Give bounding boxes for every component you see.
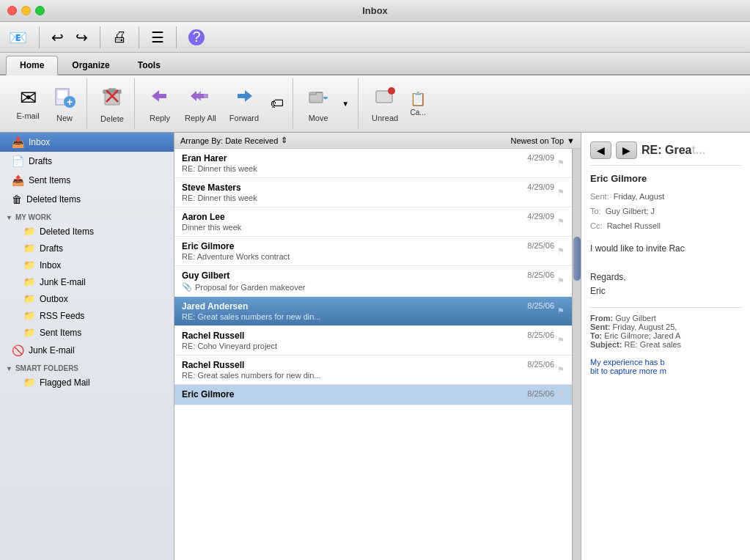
- email-list-header: Arrange By: Date Received ⇕ Newest on To…: [174, 133, 581, 149]
- sent-folder-icon: 📤: [12, 174, 24, 186]
- flag-icon: ⚑: [557, 336, 565, 345]
- my-work-section: ▼ My Work: [0, 209, 174, 223]
- tab-home[interactable]: Home: [6, 56, 58, 75]
- sidebar-item-drafts[interactable]: 📄 Drafts: [0, 152, 174, 171]
- email-subject: RE: Dinner this week: [182, 194, 521, 202]
- ribbon-group-email: ✉ E-mail + New: [6, 78, 87, 129]
- reply-icon: [149, 85, 171, 111]
- email-subject: RE: Dinner this week: [182, 164, 521, 173]
- quoted-sent-value: Friday, August 25,: [613, 323, 677, 331]
- tag-button[interactable]: 🏷: [266, 95, 288, 113]
- quoted-subject-label: Subject:: [590, 340, 622, 349]
- table-row[interactable]: Eric Gilmore RE: Adventure Works contrac…: [174, 237, 572, 266]
- table-row[interactable]: Rachel Russell RE: Great sales numbers f…: [174, 355, 572, 385]
- maximize-button[interactable]: [35, 6, 45, 15]
- newest-on-top-label: Newest on Top: [511, 136, 565, 145]
- sidebar-inbox-label: Inbox: [29, 137, 168, 147]
- email-row-content: Jared Andersen RE: Great sales numbers f…: [182, 301, 521, 321]
- preview-back-button[interactable]: ◀: [590, 141, 611, 159]
- scrollbar-thumb[interactable]: [573, 237, 581, 281]
- email-date: 4/29/09: [527, 153, 554, 162]
- email-sender: Eric Gilmore: [182, 389, 521, 399]
- title-bar: Inbox: [0, 0, 750, 22]
- flag-icon: ⚑: [557, 188, 565, 197]
- toolbar-divider-2: [100, 26, 100, 48]
- email-date: 8/25/06: [527, 270, 554, 279]
- delete-button[interactable]: Delete: [95, 81, 130, 126]
- email-sender: Eric Gilmore: [182, 241, 521, 251]
- table-row[interactable]: Aaron Lee Dinner this week 4/29/09 ⚑: [174, 207, 572, 237]
- sidebar-item-inbox[interactable]: 📥 Inbox: [0, 133, 174, 152]
- table-row[interactable]: Eran Harer RE: Dinner this week 4/29/09 …: [174, 149, 572, 178]
- mail-toolbar-icon[interactable]: 📧: [6, 27, 30, 48]
- newest-on-top-selector[interactable]: Newest on Top ▼: [511, 136, 575, 145]
- sidebar-item-flagged-mail[interactable]: 📁 Flagged Mail: [0, 374, 174, 391]
- reply-all-button[interactable]: Reply All: [179, 82, 222, 125]
- email-row-content: Eric Gilmore RE: Adventure Works contrac…: [182, 241, 521, 261]
- tab-tools[interactable]: Tools: [124, 56, 174, 74]
- my-work-label: My Work: [15, 213, 51, 221]
- help-toolbar-btn[interactable]: ?: [185, 28, 207, 47]
- arrange-by-selector[interactable]: Arrange By: Date Received ⇕: [180, 136, 287, 145]
- categorize-button[interactable]: 📋 Ca...: [405, 89, 430, 118]
- window-controls: [7, 6, 45, 15]
- table-row[interactable]: Jared Andersen RE: Great sales numbers f…: [174, 297, 572, 326]
- table-row[interactable]: Guy Gilbert 📎 Proposal for Garden makeov…: [174, 266, 572, 297]
- close-button[interactable]: [7, 6, 17, 15]
- email-subject: Dinner this week: [182, 223, 521, 232]
- svg-marker-11: [195, 91, 208, 101]
- sidebar-item-mw-deleted[interactable]: 📁 Deleted Items: [0, 223, 174, 240]
- table-row[interactable]: Steve Masters RE: Dinner this week 4/29/…: [174, 178, 572, 207]
- email-sender: Jared Andersen: [182, 301, 521, 312]
- email-date: 8/25/06: [527, 331, 554, 339]
- mw-junk-icon: 📁: [23, 276, 35, 287]
- table-row[interactable]: Rachel Russell RE: Coho Vineyard project…: [174, 326, 572, 355]
- table-row[interactable]: Eric Gilmore 8/25/06 ⚑: [174, 385, 572, 405]
- flag-icon: ⚑: [557, 276, 565, 286]
- list-icon: ☰: [151, 29, 164, 46]
- sent-label: Sent:: [590, 192, 609, 201]
- email-subject: RE: Adventure Works contract: [182, 252, 521, 261]
- email-date: 8/25/06: [527, 241, 554, 250]
- sidebar-item-mw-inbox[interactable]: 📁 Inbox: [0, 257, 174, 273]
- ribbon-group-delete: Delete: [90, 78, 135, 129]
- sidebar-item-mw-outbox[interactable]: 📁 Outbox: [0, 290, 174, 307]
- inbox-folder-icon: 📥: [12, 136, 24, 148]
- quoted-subject-value: RE: Great sales: [624, 340, 681, 349]
- new-label: New: [56, 114, 73, 122]
- tab-organize[interactable]: Organize: [58, 56, 123, 74]
- email-row-content: Guy Gilbert 📎 Proposal for Garden makeov…: [182, 270, 521, 292]
- print-toolbar-btn[interactable]: 🖨: [109, 27, 130, 47]
- forward-label: Forward: [229, 114, 259, 122]
- sidebar: 📥 Inbox 📄 Drafts 📤 Sent Items 🗑 Deleted …: [0, 133, 174, 560]
- unread-button[interactable]: Unread: [366, 82, 404, 125]
- list-toolbar-btn[interactable]: ☰: [148, 27, 167, 48]
- undo-toolbar-btn[interactable]: ↩: [48, 27, 67, 48]
- toolbar-divider-3: [139, 26, 139, 48]
- forward-button[interactable]: Forward: [224, 82, 265, 125]
- deleted-folder-icon: 🗑: [12, 194, 22, 205]
- reply-button[interactable]: Reply: [142, 82, 177, 125]
- move-dropdown[interactable]: ▼: [337, 98, 353, 109]
- preview-forward-button[interactable]: ▶: [616, 141, 637, 159]
- email-list-scrollbar[interactable]: [572, 149, 581, 560]
- email-list: Arrange By: Date Received ⇕ Newest on To…: [174, 133, 581, 560]
- sidebar-item-deleted-items[interactable]: 🗑 Deleted Items: [0, 190, 174, 209]
- print-icon: 🖨: [112, 29, 127, 45]
- sidebar-item-mw-junk[interactable]: 📁 Junk E-mail: [0, 273, 174, 290]
- sidebar-item-junk-email[interactable]: 🚫 Junk E-mail: [0, 341, 174, 360]
- to-label: To:: [590, 207, 601, 215]
- sidebar-item-mw-drafts[interactable]: 📁 Drafts: [0, 240, 174, 257]
- sidebar-item-mw-rss[interactable]: 📁 RSS Feeds: [0, 307, 174, 324]
- sidebar-item-sent-items[interactable]: 📤 Sent Items: [0, 171, 174, 190]
- toolbar-divider-1: [39, 26, 40, 48]
- minimize-button[interactable]: [21, 6, 31, 15]
- preview-from: Eric Gilmore: [590, 173, 741, 184]
- move-button[interactable]: Move: [301, 82, 336, 125]
- sidebar-item-mw-sent[interactable]: 📁 Sent Items: [0, 324, 174, 341]
- delete-icon: [100, 84, 124, 111]
- redo-toolbar-btn[interactable]: ↪: [73, 27, 91, 48]
- email-button[interactable]: ✉ E-mail: [10, 85, 45, 123]
- flagged-mail-label: Flagged Mail: [40, 377, 90, 388]
- new-button[interactable]: + New: [47, 83, 82, 125]
